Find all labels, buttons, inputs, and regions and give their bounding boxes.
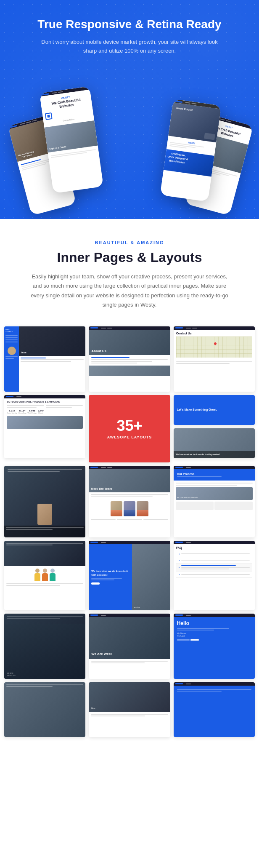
layout-card-we-love-1: We love what we do & we do it with passi… (174, 428, 255, 458)
layout-card-west-agency: WESTAGENCY Team (4, 326, 85, 392)
hero-subtitle: Don't worry about mobile device market g… (41, 38, 218, 56)
lets-make-text: Let's Make Something Great. (177, 408, 251, 412)
stat-4-num: 1249 (38, 409, 43, 412)
layout-card-lets-make: Let's Make Something Great. (174, 395, 255, 425)
hero-section: True Responsive & Retina Ready Don't wor… (0, 0, 259, 219)
layout-card-hello: Hello My NameI'm A UX (174, 614, 255, 679)
section-description: Easily highlight your team, show off you… (29, 272, 230, 309)
meet-team-label: Meet The Team (91, 487, 112, 490)
inner-pages-section: BEAUTIFUL & AMAZING Inner Pages & Layout… (0, 219, 259, 326)
badge-label: AWESOME LAYOUTS (107, 435, 152, 439)
layout-card-meet-team: Meet The Team (89, 466, 170, 537)
hero-title: True Responsive & Retina Ready (8, 17, 251, 32)
layout-card-we-love-2: We love what we do & we do it with passi… (89, 541, 170, 610)
stat-3-label: Web Design (28, 412, 37, 414)
stat-2-num: 5.154 (18, 409, 26, 412)
phones-container: We Are PlanningThe Future WES (8, 68, 251, 203)
layout-card-people-figures (4, 541, 85, 610)
stat-2-label: Consulting (18, 412, 26, 414)
about-us-label: About Us (91, 349, 106, 353)
layout-card-contact-us: Contact Us (174, 326, 255, 392)
layouts-row-3: Meet The Team Our Process (4, 466, 255, 537)
hello-label: Hello (177, 620, 251, 626)
layout-card-dark-side: WE AREWEBSITES (4, 614, 85, 679)
badge-number: 35+ (116, 418, 142, 433)
we-are-west-label: We Are West (91, 652, 111, 656)
layout-col-right: Let's Make Something Great. We love what… (174, 395, 255, 462)
layout-card-extra-2: Our (89, 682, 170, 737)
layout-card-person-left (4, 466, 85, 537)
layouts-row-4: We love what we do & we do it with passi… (4, 541, 255, 610)
layout-badge-card: 35+ AWESOME LAYOUTS (89, 395, 170, 462)
section-tag: BEAUTIFUL & AMAZING (13, 240, 246, 245)
layouts-row-6: Our (4, 682, 255, 737)
team-photo-2 (124, 501, 135, 516)
layout-card-extra-3 (174, 682, 255, 737)
craft-text: We Craft Beautiful Websites (177, 497, 198, 499)
stat-1-label: Brand Identity (7, 412, 17, 414)
stat-4-label: Clients (38, 412, 43, 414)
layouts-row-5: WE AREWEBSITES We Are West Hello (4, 614, 255, 679)
layouts-row-1: WESTAGENCY Team (4, 326, 255, 392)
layout-card-we-are-west: We Are West (89, 614, 170, 679)
layout-card-our-process: Our Process We Craft Beautiful Websites (174, 466, 255, 537)
our-process-label: Our Process (177, 473, 251, 475)
focus-text: WE FOCUS ON BRANDS, PRODUCTS & CAMPAIGNS (7, 401, 83, 403)
section-title: Inner Pages & Layouts (13, 249, 246, 265)
faq-label: FAQ (176, 546, 252, 549)
layout-card-extra-1 (4, 682, 85, 737)
layout-card-faq: FAQ + + − + (174, 541, 255, 610)
contact-us-label: Contact Us (176, 332, 252, 335)
layout-card-about-us: About Us (89, 326, 170, 392)
team-photo-3 (137, 501, 148, 516)
team-photo-1 (111, 501, 122, 516)
we-love-text: We love what we do & we do it with passi… (176, 453, 253, 456)
layout-card-focus-brands: WE FOCUS ON BRANDS, PRODUCTS & CAMPAIGNS… (4, 395, 85, 458)
layouts-row-2: WE FOCUS ON BRANDS, PRODUCTS & CAMPAIGNS… (4, 395, 255, 462)
